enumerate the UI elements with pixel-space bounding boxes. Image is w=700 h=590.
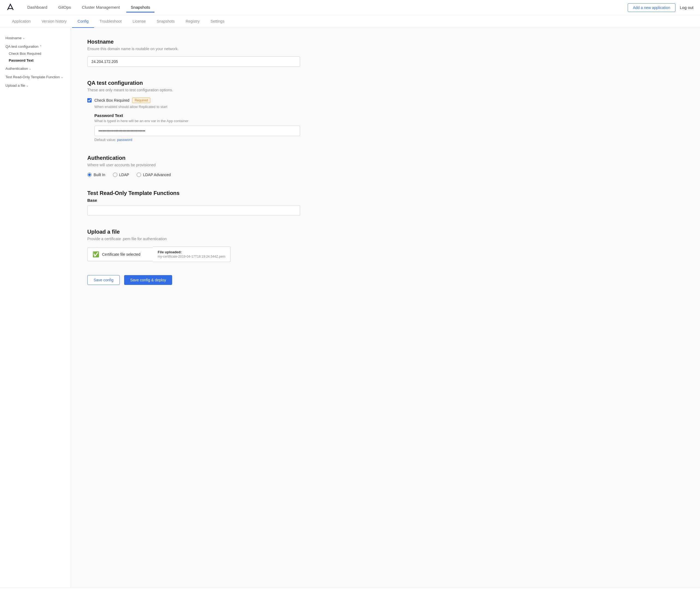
sidebar-group-qa-test-label: QA test configuration [5,44,38,48]
upload-file-description: Provide a certificate .pem file for auth… [87,237,300,241]
sidebar-group-test-readonly-label: Test Read-Only Template Function [5,75,60,79]
sidebar-item-password-text[interactable]: Password Text [0,57,71,64]
sidebar-item-check-box-required[interactable]: Check Box Required [0,50,71,57]
authentication-section: Authentication Where will user accounts … [87,155,300,177]
radio-built-in-input[interactable] [87,173,92,177]
sidebar-group-authentication-label: Authentication [5,67,28,71]
password-text-section: Password Text What is typed in here will… [94,113,300,142]
upload-file-section: Upload a file Provide a certificate .pem… [87,229,300,262]
test-readonly-title: Test Read-Only Template Functions [87,190,300,196]
check-box-required-input[interactable] [87,98,92,102]
file-selected-box[interactable]: ✅ Certificate file selected [87,248,153,261]
radio-ldap-advanced-input[interactable] [137,173,141,177]
config-content: Hostname Ensure this domain name is rout… [71,28,317,587]
sidebar-group-hostname: Hostname ⌄ [0,34,71,42]
file-uploaded-label: File uploaded: [158,250,225,254]
upload-file-title: Upload a file [87,229,300,235]
sidebar-group-upload-file-header[interactable]: Upload a file ⌄ [0,82,71,89]
nav-dashboard[interactable]: Dashboard [23,3,52,12]
sidebar-group-upload-file-label: Upload a file [5,83,25,88]
logo [7,3,14,12]
radio-option-built-in[interactable]: Built In [87,173,105,177]
top-nav-right: Add a new application Log out [628,3,693,12]
action-row: Save config Save config & deploy [87,275,300,285]
test-readonly-section: Test Read-Only Template Functions Base [87,190,300,216]
chevron-down-icon-upload: ⌄ [26,84,28,87]
radio-built-in-label: Built In [94,173,105,177]
chevron-up-icon: ⌃ [39,45,42,48]
chevron-down-icon-auth: ⌄ [29,67,31,70]
page-footer: 24kb1a8 [0,587,700,590]
sidebar-group-authentication: Authentication ⌄ [0,65,71,72]
sidebar-group-test-readonly: Test Read-Only Template Function ⌄ [0,73,71,81]
radio-ldap-label: LDAP [119,173,129,177]
hostname-description: Ensure this domain name is routable on y… [87,46,300,51]
logout-link[interactable]: Log out [680,5,693,10]
sidebar-group-qa-test: QA test configuration ⌃ Check Box Requir… [0,43,71,64]
check-circle-icon: ✅ [92,251,99,258]
check-box-help-text: When enabled should allow Replicated to … [94,105,300,109]
required-badge: Required [132,98,150,103]
file-name: my-certificate-2019-04-17T18:19:24.544Z.… [158,255,225,259]
password-text-help: What is typed in here will be an env var… [94,119,300,123]
tab-snapshots[interactable]: Snapshots [151,15,180,28]
tab-troubleshoot[interactable]: Troubleshoot [94,15,127,28]
tab-settings[interactable]: Settings [205,15,230,28]
qa-test-config-description: These are only meant to test configurati… [87,88,300,92]
base-label: Base [87,198,300,203]
nav-gitops[interactable]: GitOps [54,3,75,12]
sidebar-group-test-readonly-header[interactable]: Test Read-Only Template Function ⌄ [0,73,71,81]
password-default-hint: Default value: password [94,138,300,142]
tab-config[interactable]: Config [72,15,94,28]
base-input[interactable] [87,205,300,216]
save-config-button[interactable]: Save config [87,275,120,285]
password-text-label: Password Text [94,113,300,118]
qa-test-config-section: QA test configuration These are only mea… [87,80,300,142]
qa-test-config-title: QA test configuration [87,80,300,86]
radio-option-ldap-advanced[interactable]: LDAP Advanced [137,173,171,177]
authentication-description: Where will user accounts be provisioned [87,163,300,167]
sidebar-group-hostname-label: Hostname [5,36,21,40]
sidebar: Hostname ⌄ QA test configuration ⌃ Check… [0,28,71,587]
nav-cluster-management[interactable]: Cluster Management [78,3,124,12]
radio-ldap-advanced-label: LDAP Advanced [143,173,171,177]
nav-links: Dashboard GitOps Cluster Management Snap… [23,3,628,12]
sidebar-group-upload-file: Upload a file ⌄ [0,82,71,89]
add-new-application-button[interactable]: Add a new application [628,3,676,12]
sub-nav: Application Version history Config Troub… [0,15,700,28]
sidebar-group-authentication-header[interactable]: Authentication ⌄ [0,65,71,72]
tab-license[interactable]: License [127,15,151,28]
password-text-input[interactable] [94,126,300,136]
nav-snapshots[interactable]: Snapshots [126,3,154,12]
hostname-title: Hostname [87,39,300,45]
save-config-deploy-button[interactable]: Save config & deploy [124,275,172,285]
chevron-down-icon: ⌄ [23,36,25,39]
top-nav: Dashboard GitOps Cluster Management Snap… [0,0,700,15]
sidebar-group-qa-test-header[interactable]: QA test configuration ⌃ [0,43,71,50]
hostname-input[interactable]: 24.204.172.205 [87,57,300,67]
radio-option-ldap[interactable]: LDAP [113,173,129,177]
main-layout: Hostname ⌄ QA test configuration ⌃ Check… [0,28,700,587]
chevron-down-icon-test: ⌄ [61,76,63,79]
check-box-required-row: Check Box Required Required [87,98,300,103]
sidebar-group-hostname-header[interactable]: Hostname ⌄ [0,34,71,42]
tab-version-history[interactable]: Version history [36,15,72,28]
hostname-section: Hostname Ensure this domain name is rout… [87,39,300,67]
file-upload-row: ✅ Certificate file selected File uploade… [87,247,300,262]
file-selected-label: Certificate file selected [102,252,141,257]
radio-ldap-input[interactable] [113,173,117,177]
authentication-title: Authentication [87,155,300,161]
authentication-radio-group: Built In LDAP LDAP Advanced [87,173,300,177]
tab-registry[interactable]: Registry [180,15,205,28]
tab-application[interactable]: Application [7,15,36,28]
check-box-required-label: Check Box Required [94,98,129,102]
password-default-value-link[interactable]: password [117,138,132,142]
file-upload-info: File uploaded: my-certificate-2019-04-17… [153,247,231,262]
